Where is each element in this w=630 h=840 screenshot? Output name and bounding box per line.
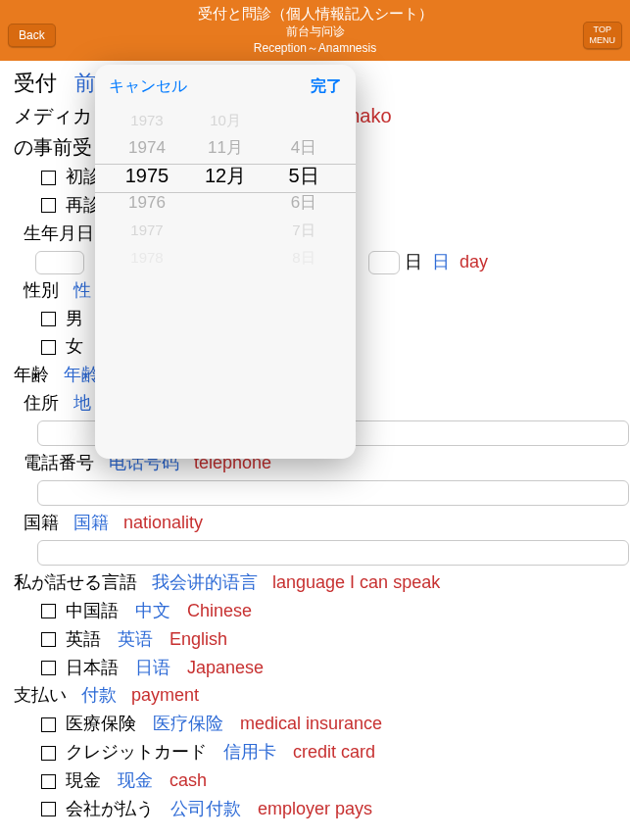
pay-label-cn: 付款 [81, 685, 117, 705]
dob-year-input[interactable] [35, 251, 84, 274]
pay-cash-cn: 现金 [118, 767, 153, 795]
lang-jp-checkbox[interactable] [41, 661, 56, 675]
female-checkbox[interactable] [41, 340, 56, 355]
pay-ins-jp: 医療保険 [66, 711, 136, 738]
month-item [196, 217, 255, 244]
page-title: 受付と問診（個人情報記入シート） [198, 5, 433, 24]
male-checkbox[interactable] [41, 312, 56, 326]
lang-cn-checkbox[interactable] [41, 604, 56, 618]
lang-en-jp: 英語 [66, 626, 101, 654]
age-label-jp: 年齢 [14, 365, 49, 384]
page-subtitle-en: Reception～Anamnesis [254, 40, 376, 57]
day-wheel[interactable]: 4日 5日 6日 7日 8日 [274, 107, 333, 264]
picker-cancel-button[interactable]: キャンセル [109, 76, 187, 97]
day-item [274, 107, 333, 134]
age-label-cn: 年齢 [64, 365, 99, 384]
pay-cash-checkbox[interactable] [41, 774, 56, 789]
day-item-selected: 5日 [274, 162, 333, 189]
dob-day-cn: 日 [432, 249, 450, 276]
tel-label-jp: 電話番号 [24, 453, 94, 472]
lang-cn-cn: 中文 [135, 598, 170, 625]
dob-day-en: day [460, 249, 488, 276]
dob-label: 生年月日 [24, 223, 94, 243]
year-wheel[interactable]: 1973 1974 1975 1976 1977 1978 [118, 107, 176, 264]
lang-jp-jp: 日本語 [66, 655, 119, 682]
sex-label-jp: 性別 [24, 280, 59, 300]
month-wheel[interactable]: 10月 11月 12月 [196, 107, 255, 264]
picker-done-button[interactable]: 完了 [311, 76, 342, 97]
nat-label-cn: 国籍 [73, 513, 109, 532]
tel-input[interactable] [37, 480, 629, 506]
pay-emp-checkbox[interactable] [41, 802, 56, 816]
pay-emp-en: employer pays [258, 796, 372, 823]
pay-ins-en: medical insurance [240, 711, 382, 738]
top-menu-l2: MENU [590, 35, 616, 46]
section-cn: 前 [74, 71, 96, 95]
name-l1-jp: メディカ [14, 105, 92, 126]
lang-label-en: language I can speak [272, 572, 440, 592]
section-jp: 受付 [14, 71, 57, 95]
nat-label-jp: 国籍 [24, 513, 59, 532]
address-label-jp: 住所 [24, 393, 59, 413]
lang-cn-jp: 中国語 [66, 598, 119, 625]
year-item: 1976 [118, 189, 176, 217]
year-item: 1978 [118, 244, 176, 272]
back-button[interactable]: Back [8, 24, 56, 47]
day-item: 8日 [274, 244, 333, 272]
nat-label-en: nationality [123, 513, 203, 532]
month-item-selected: 12月 [196, 162, 255, 189]
female-jp: 女 [66, 333, 83, 361]
day-item: 4日 [274, 134, 333, 162]
month-item: 10月 [196, 107, 255, 134]
year-item: 1974 [118, 134, 176, 162]
sex-label-cn: 性 [73, 280, 91, 300]
lang-label-jp: 私が話せる言語 [14, 572, 137, 592]
lang-jp-en: Japanese [187, 655, 264, 682]
lang-en-en: English [170, 626, 227, 654]
dob-day-input[interactable] [368, 251, 400, 274]
dob-day-jp: 日 [405, 249, 422, 276]
first-visit-checkbox[interactable] [41, 171, 56, 185]
pay-cc-jp: クレジットカード [66, 739, 207, 766]
day-item: 6日 [274, 189, 333, 217]
day-item: 7日 [274, 217, 333, 244]
lang-en-checkbox[interactable] [41, 632, 56, 647]
lang-label-cn: 我会讲的语言 [152, 572, 258, 592]
lang-cn-en: Chinese [187, 598, 252, 625]
picker-wheels: 1973 1974 1975 1976 1977 1978 10月 11月 12… [95, 107, 356, 264]
pay-label-en: payment [131, 685, 199, 705]
pay-emp-cn: 公司付款 [170, 796, 241, 823]
pay-cash-jp: 現金 [66, 767, 101, 795]
address-label-cn: 地 [73, 393, 91, 413]
top-menu-button[interactable]: TOP MENU [583, 22, 623, 49]
app-header: Back TOP MENU 受付と問診（個人情報記入シート） 前台与问诊 Rec… [0, 0, 630, 61]
top-menu-l1: TOP [590, 25, 616, 35]
pay-label-jp: 支払い [14, 685, 67, 705]
pay-cash-en: cash [170, 767, 207, 795]
pay-emp-jp: 会社が払う [66, 796, 154, 823]
return-visit-checkbox[interactable] [41, 198, 56, 213]
nat-input[interactable] [37, 540, 629, 566]
pay-ins-checkbox[interactable] [41, 717, 56, 732]
year-item: 1977 [118, 217, 176, 244]
month-item [196, 189, 255, 217]
lang-jp-cn: 日语 [135, 655, 170, 682]
pay-ins-cn: 医疗保险 [153, 711, 223, 738]
year-item: 1973 [118, 107, 176, 134]
date-picker-popover: キャンセル 完了 1973 1974 1975 1976 1977 1978 1… [95, 65, 356, 459]
month-item: 11月 [196, 134, 255, 162]
pay-cc-en: credit card [293, 739, 375, 766]
year-item-selected: 1975 [118, 162, 176, 189]
lang-en-cn: 英语 [118, 626, 153, 654]
name-l2-jp: の事前受 [14, 136, 92, 158]
pay-cc-cn: 信用卡 [223, 739, 276, 766]
page-subtitle-cn: 前台与问诊 [286, 24, 345, 40]
pay-cc-checkbox[interactable] [41, 746, 56, 761]
male-jp: 男 [66, 306, 83, 333]
